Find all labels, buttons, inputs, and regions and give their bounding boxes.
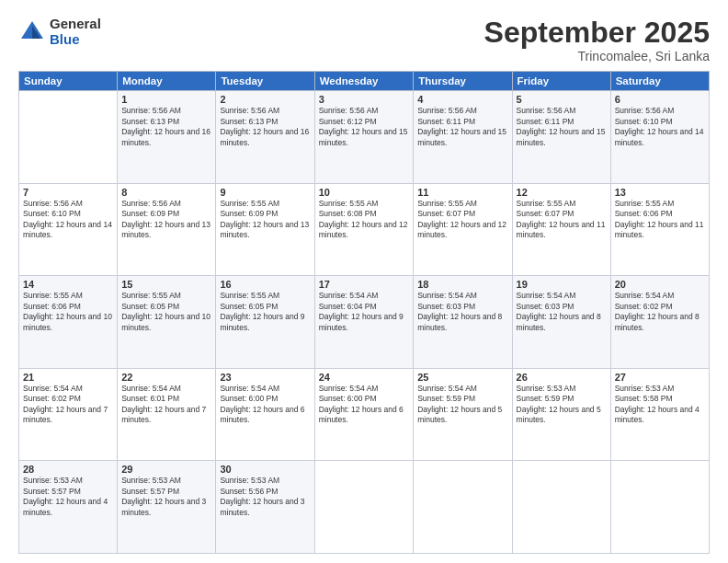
cell-text: Sunrise: 5:56 AMSunset: 6:13 PMDaylight:… [121,106,210,146]
calendar-week-row: 28 Sunrise: 5:53 AMSunset: 5:57 PMDaylig… [19,461,710,554]
day-number: 9 [220,187,310,198]
table-row: 18 Sunrise: 5:54 AMSunset: 6:03 PMDaylig… [414,276,512,369]
cell-text: Sunrise: 5:54 AMSunset: 6:02 PMDaylight:… [23,384,108,424]
day-number: 29 [121,464,211,475]
day-number: 22 [121,372,211,383]
table-row: 4 Sunrise: 5:56 AMSunset: 6:11 PMDayligh… [414,91,512,184]
col-monday: Monday [118,72,216,91]
cell-text: Sunrise: 5:55 AMSunset: 6:09 PMDaylight:… [220,199,309,239]
table-row: 8 Sunrise: 5:56 AMSunset: 6:09 PMDayligh… [118,183,216,276]
cell-text: Sunrise: 5:53 AMSunset: 5:57 PMDaylight:… [121,476,206,516]
day-number: 5 [517,94,607,105]
table-row: 21 Sunrise: 5:54 AMSunset: 6:02 PMDaylig… [19,368,118,461]
day-number: 20 [615,279,705,290]
cell-text: Sunrise: 5:55 AMSunset: 6:06 PMDaylight:… [615,199,704,239]
day-number: 6 [615,94,705,105]
col-thursday: Thursday [414,72,512,91]
col-friday: Friday [512,72,610,91]
day-number: 30 [220,464,310,475]
cell-text: Sunrise: 5:53 AMSunset: 5:57 PMDaylight:… [23,476,108,516]
table-row [19,91,118,184]
day-number: 8 [121,187,211,198]
table-row: 24 Sunrise: 5:54 AMSunset: 6:00 PMDaylig… [314,368,414,461]
cell-text: Sunrise: 5:55 AMSunset: 6:08 PMDaylight:… [319,199,408,239]
cell-text: Sunrise: 5:56 AMSunset: 6:11 PMDaylight:… [517,106,606,146]
day-number: 4 [417,94,507,105]
day-number: 27 [615,372,705,383]
cell-text: Sunrise: 5:56 AMSunset: 6:11 PMDaylight:… [417,106,506,146]
day-number: 3 [319,94,410,105]
cell-text: Sunrise: 5:53 AMSunset: 5:59 PMDaylight:… [517,384,601,424]
table-row: 9 Sunrise: 5:55 AMSunset: 6:09 PMDayligh… [216,183,314,276]
logo-blue: Blue [50,32,101,48]
day-number: 18 [417,279,507,290]
table-row: 30 Sunrise: 5:53 AMSunset: 5:56 PMDaylig… [216,461,314,554]
table-row: 26 Sunrise: 5:53 AMSunset: 5:59 PMDaylig… [512,368,610,461]
day-number: 11 [417,187,507,198]
day-number: 7 [23,187,113,198]
cell-text: Sunrise: 5:56 AMSunset: 6:12 PMDaylight:… [319,106,408,146]
cell-text: Sunrise: 5:54 AMSunset: 6:00 PMDaylight:… [220,384,304,424]
table-row: 27 Sunrise: 5:53 AMSunset: 5:58 PMDaylig… [610,368,709,461]
month-title: September 2025 [484,17,710,49]
table-row [610,461,709,554]
table-row: 22 Sunrise: 5:54 AMSunset: 6:01 PMDaylig… [118,368,216,461]
table-row: 13 Sunrise: 5:55 AMSunset: 6:06 PMDaylig… [610,183,709,276]
day-number: 19 [517,279,607,290]
table-row: 20 Sunrise: 5:54 AMSunset: 6:02 PMDaylig… [610,276,709,369]
table-row: 28 Sunrise: 5:53 AMSunset: 5:57 PMDaylig… [19,461,118,554]
cell-text: Sunrise: 5:56 AMSunset: 6:10 PMDaylight:… [23,199,112,239]
table-row: 16 Sunrise: 5:55 AMSunset: 6:05 PMDaylig… [216,276,314,369]
day-number: 2 [220,94,310,105]
logo-text: General Blue [50,17,101,47]
day-number: 12 [517,187,607,198]
table-row: 23 Sunrise: 5:54 AMSunset: 6:00 PMDaylig… [216,368,314,461]
day-number: 16 [220,279,310,290]
cell-text: Sunrise: 5:56 AMSunset: 6:09 PMDaylight:… [121,199,210,239]
day-number: 26 [517,372,607,383]
calendar-week-row: 21 Sunrise: 5:54 AMSunset: 6:02 PMDaylig… [19,368,710,461]
day-number: 15 [121,279,211,290]
calendar-week-row: 7 Sunrise: 5:56 AMSunset: 6:10 PMDayligh… [19,183,710,276]
table-row: 17 Sunrise: 5:54 AMSunset: 6:04 PMDaylig… [314,276,414,369]
day-number: 13 [615,187,705,198]
table-row: 7 Sunrise: 5:56 AMSunset: 6:10 PMDayligh… [19,183,118,276]
table-row [314,461,414,554]
cell-text: Sunrise: 5:56 AMSunset: 6:13 PMDaylight:… [220,106,309,146]
table-row: 15 Sunrise: 5:55 AMSunset: 6:05 PMDaylig… [118,276,216,369]
page: General Blue September 2025 Trincomalee,… [0,0,728,563]
day-number: 17 [319,279,410,290]
table-row: 6 Sunrise: 5:56 AMSunset: 6:10 PMDayligh… [610,91,709,184]
day-number: 28 [23,464,113,475]
cell-text: Sunrise: 5:54 AMSunset: 6:00 PMDaylight:… [319,384,404,424]
location-subtitle: Trincomalee, Sri Lanka [484,49,710,63]
day-number: 14 [23,279,113,290]
col-sunday: Sunday [19,72,118,91]
day-number: 24 [319,372,410,383]
calendar-table: Sunday Monday Tuesday Wednesday Thursday… [18,71,710,554]
table-row: 10 Sunrise: 5:55 AMSunset: 6:08 PMDaylig… [314,183,414,276]
cell-text: Sunrise: 5:55 AMSunset: 6:07 PMDaylight:… [417,199,506,239]
table-row [414,461,512,554]
day-number: 25 [417,372,507,383]
day-number: 23 [220,372,310,383]
calendar-week-row: 1 Sunrise: 5:56 AMSunset: 6:13 PMDayligh… [19,91,710,184]
table-row: 3 Sunrise: 5:56 AMSunset: 6:12 PMDayligh… [314,91,414,184]
table-row: 1 Sunrise: 5:56 AMSunset: 6:13 PMDayligh… [118,91,216,184]
cell-text: Sunrise: 5:53 AMSunset: 5:56 PMDaylight:… [220,476,304,516]
cell-text: Sunrise: 5:54 AMSunset: 5:59 PMDaylight:… [417,384,502,424]
logo-icon [18,18,46,46]
cell-text: Sunrise: 5:54 AMSunset: 6:03 PMDaylight:… [417,291,502,331]
title-block: September 2025 Trincomalee, Sri Lanka [484,17,710,63]
col-wednesday: Wednesday [314,72,414,91]
table-row: 2 Sunrise: 5:56 AMSunset: 6:13 PMDayligh… [216,91,314,184]
col-saturday: Saturday [610,72,709,91]
table-row [512,461,610,554]
cell-text: Sunrise: 5:55 AMSunset: 6:07 PMDaylight:… [517,199,606,239]
cell-text: Sunrise: 5:55 AMSunset: 6:05 PMDaylight:… [220,291,304,331]
calendar-header-row: Sunday Monday Tuesday Wednesday Thursday… [19,72,710,91]
cell-text: Sunrise: 5:54 AMSunset: 6:02 PMDaylight:… [615,291,700,331]
table-row: 5 Sunrise: 5:56 AMSunset: 6:11 PMDayligh… [512,91,610,184]
table-row: 29 Sunrise: 5:53 AMSunset: 5:57 PMDaylig… [118,461,216,554]
cell-text: Sunrise: 5:56 AMSunset: 6:10 PMDaylight:… [615,106,704,146]
